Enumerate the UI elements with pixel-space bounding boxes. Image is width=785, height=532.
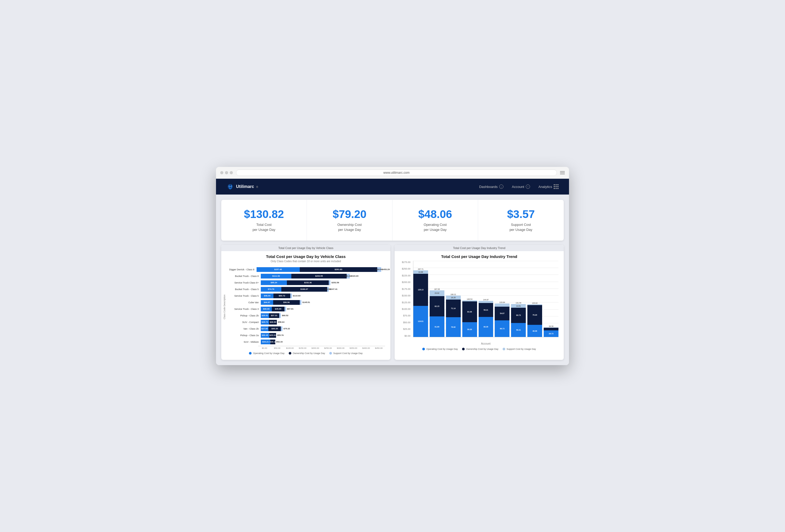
bar-seg-sup: $14.06	[377, 267, 381, 272]
bar-seg-sup	[329, 280, 330, 285]
trend-y-label: $225.00	[400, 274, 412, 277]
trend-stacked: 13.96129.13124.61	[413, 270, 428, 337]
bar-total-label: $52.33	[276, 341, 283, 343]
bar-seg-own: $200.55	[292, 274, 347, 278]
legend-dot	[329, 352, 332, 354]
navbar: Utilimarc ® Dashboards ⌄ Account ○ Analy…	[216, 179, 569, 194]
kpi-operating-cost-label: Operating Costper Usage Day	[399, 222, 472, 232]
nav-items: Dashboards ⌄ Account ○ Analytics	[479, 184, 558, 189]
trend-stacked: 79.2048.06	[527, 304, 542, 337]
trend-x-axis-title: Account	[413, 342, 558, 345]
kpi-support-cost: $3.57 Support Costper Usage Day	[478, 200, 564, 241]
bar-seg-sup: $11.62	[347, 274, 350, 278]
bar-row-label: SUV - Compact	[229, 321, 261, 323]
bar-row-label: Service Truck - Class 5	[229, 295, 261, 297]
bar-segments: $29.74$28.90$58.64	[261, 320, 284, 325]
nav-analytics[interactable]: Analytics	[538, 184, 558, 189]
vehicle-chart-title: Total Cost per Usage Day by Vehicle Clas…	[227, 254, 385, 259]
bar-seg-own: $166.67	[281, 287, 327, 292]
bar-seg-op: $40.00	[261, 307, 272, 312]
trend-stacked: 14.5160.7356.31	[511, 304, 526, 337]
bar-total-label: $252.58	[331, 282, 339, 284]
bar-total-label: $68.52	[282, 314, 288, 317]
bar-row: Service Truck - Class 5$46.44$60.72$110.…	[261, 293, 382, 298]
hamburger-icon[interactable]	[560, 171, 565, 174]
logo-trademark: ®	[256, 186, 258, 188]
trend-seg-op: 59.39	[462, 322, 477, 337]
legend-label: Support Cost by Usage Day	[507, 348, 536, 350]
bar-value-above: 130.82	[532, 302, 537, 304]
kpi-support-cost-value: $3.57	[484, 208, 557, 220]
trend-seg-own: 71.14	[446, 299, 461, 317]
x-tick: $100.00	[283, 346, 296, 349]
bar-row: Service Truck - Class 3$40.00$45.89$87.8…	[261, 307, 382, 312]
vehicle-class-chart: Total Cost per Usage Day by Vehicle Clas…	[221, 245, 390, 360]
url-bar[interactable]: www.utilimarc.com	[236, 169, 557, 176]
trend-seg-own: 54.67	[495, 307, 509, 320]
kpi-ownership-cost-label: Ownership Costper Usage Day	[313, 222, 386, 232]
nav-account[interactable]: Account ○	[512, 185, 530, 189]
trend-seg-own: 60.73	[511, 308, 526, 323]
bar-total-label: $55.76	[277, 334, 283, 337]
grid-icon	[554, 184, 558, 189]
legend-dot	[503, 348, 505, 350]
bar-value-above: 146.54	[467, 298, 472, 300]
bar-segments: $74.76$166.67$5.98$247.41	[261, 287, 337, 292]
x-tick: $350.00	[347, 346, 360, 349]
bar-total-label: $58.64	[278, 321, 284, 323]
trend-seg-op: 66.73	[495, 320, 509, 337]
kpi-ownership-cost-value: $79.20	[313, 208, 386, 220]
bar-row: Pickup - Class 2b$29.91$37.31$68.52	[261, 313, 382, 318]
trend-seg-sup: 23.02	[430, 290, 445, 296]
bar-seg-own: $45.89	[272, 307, 284, 312]
bar-value-above: 38.36	[549, 325, 553, 327]
trend-stacked: 54.6766.73	[495, 303, 509, 337]
bar-seg-sup	[300, 300, 301, 305]
user-circle-icon: ○	[526, 185, 530, 189]
bar-segments: $46.44$60.72$110.60	[261, 293, 301, 298]
logo-icon	[227, 183, 234, 190]
trend-seg-op: 124.61	[413, 306, 428, 337]
kpi-total-cost-label: Total Costper Usage Day	[228, 222, 300, 232]
trend-seg-op: 81.89	[430, 316, 445, 337]
bar-total-label: $75.22	[283, 327, 290, 330]
bar-row-label: Bucket Truck - Class 5	[229, 288, 261, 291]
legend-label: Ownership Cost by Usage Day	[466, 348, 499, 350]
kpi-row: $130.82 Total Costper Usage Day $79.20 O…	[221, 200, 564, 241]
bar-seg-own: $60.72	[274, 293, 290, 298]
trend-stacked: 23.0282.1581.89	[430, 290, 445, 337]
bar-total-label: $453.29	[382, 268, 390, 271]
trend-chart-area: $275.00$250.00$225.00$200.00$175.00$150.…	[400, 261, 558, 345]
trend-seg-own: 82.15	[430, 296, 445, 317]
legend-dot	[462, 348, 465, 350]
bar-value-above: 267.71	[418, 268, 423, 270]
trend-bar-group: 267.7113.96129.13124.61	[413, 261, 428, 337]
x-tick: $0.00	[258, 346, 271, 349]
trend-seg-own: 79.20	[527, 305, 542, 325]
trend-y-label: $25.00	[400, 328, 412, 330]
bar-row-label: Cube Van	[229, 301, 261, 304]
trend-bar-group: 166.2116.2571.1478.82	[446, 261, 461, 337]
kpi-operating-cost: $48.06 Operating Costper Usage Day	[392, 200, 478, 241]
x-tick: $150.00	[296, 346, 309, 349]
legend-label: Operating Cost by Usage Day	[426, 348, 458, 350]
legend-item: Operating Cost by Usage Day	[249, 352, 284, 354]
trend-seg-own: 129.13	[413, 274, 428, 306]
bar-row: Service Truck Class 6+$95.24$152.36$252.…	[261, 280, 382, 285]
legend-label: Ownership Cost by Usage Day	[293, 352, 325, 354]
bar-rows: Digger Derrick - Class 8$157.40$281.83$1…	[261, 267, 382, 345]
bar-row-label: Service Truck - Class 3	[229, 308, 261, 310]
trend-bar-group: 146.5483.3659.39	[462, 261, 477, 337]
trend-seg-sup	[479, 301, 493, 303]
trend-chart-legend: Operating Cost by Usage DayOwnership Cos…	[400, 348, 558, 350]
bar-segments: $29.91$37.31$68.52	[261, 313, 288, 318]
nav-dashboards[interactable]: Dashboards ⌄	[479, 185, 503, 189]
bar-row-label: Bucket Truck - Class 8	[229, 275, 261, 277]
x-tick: $450.00	[373, 346, 385, 349]
bar-seg-sup	[279, 313, 281, 318]
dot-red	[220, 171, 223, 174]
bar-seg-sup	[281, 326, 282, 331]
bar-seg-op: $157.40	[257, 267, 300, 272]
x-tick: $300.00	[334, 346, 347, 349]
bar-segments: $30.45$25.31$55.76	[261, 333, 284, 338]
